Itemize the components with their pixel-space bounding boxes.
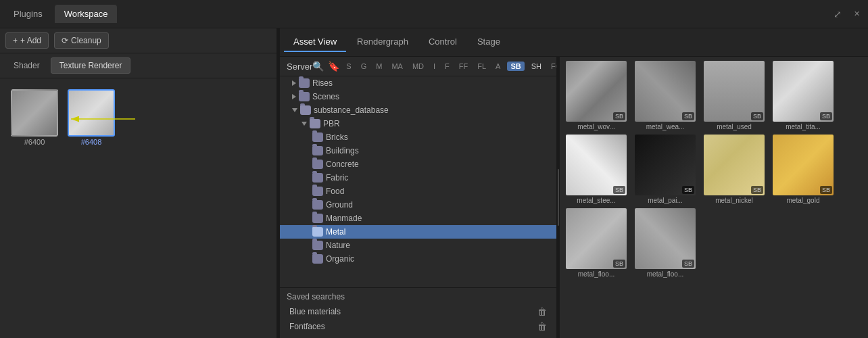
plus-icon: + xyxy=(13,36,18,45)
tree-label-substance-db: substance_database xyxy=(314,105,389,115)
tree-item-metal[interactable]: Metal xyxy=(280,225,556,239)
asset-label-metal-titan: metal_tita... xyxy=(786,123,821,130)
close-icon[interactable]: ✕ xyxy=(850,7,864,21)
server-label: Server xyxy=(287,62,312,72)
filter-fl[interactable]: FL xyxy=(475,61,489,72)
tree-label-bricks: Bricks xyxy=(326,132,348,142)
tree-label-organic: Organic xyxy=(326,254,354,264)
filter-ff[interactable]: FF xyxy=(456,61,471,72)
asset-label-metal-paint: metal_pai... xyxy=(648,197,683,204)
tab-shader[interactable]: Shader xyxy=(5,58,48,73)
add-button[interactable]: + + Add xyxy=(5,32,49,49)
tree-divider[interactable] xyxy=(557,57,560,338)
asset-label-metal-floor2: metal_floo... xyxy=(647,270,683,278)
tree-item-organic[interactable]: Organic xyxy=(280,252,556,266)
folder-icon-metal xyxy=(312,227,323,237)
asset-view-tabs: Asset View Rendergraph Control Stage xyxy=(280,28,868,57)
tree-label-buildings: Buildings xyxy=(326,146,359,155)
tree-scroll[interactable]: Rises Scenes substance_database xyxy=(280,76,556,287)
asset-item-metal-floor2[interactable]: SB metal_floo... xyxy=(631,207,699,279)
chevron-right-icon xyxy=(292,80,296,86)
shader-item-1[interactable]: #6400 xyxy=(11,89,58,146)
sb-badge: SB xyxy=(820,112,832,120)
tree-item-fabric[interactable]: Fabric xyxy=(280,171,556,185)
asset-item-metal-titan[interactable]: SB metal_tita... xyxy=(769,59,837,132)
shader-items-area: #6400 #6408 xyxy=(0,78,276,338)
tree-item-pbr[interactable]: PBR xyxy=(280,117,556,130)
filter-sb[interactable]: SB xyxy=(507,62,524,71)
server-icon-bookmark[interactable]: 🔖 xyxy=(328,61,339,72)
asset-item-metal-paint[interactable]: SB metal_pai... xyxy=(631,133,699,206)
tab-plugins[interactable]: Plugins xyxy=(4,5,52,23)
asset-content: Server 🔍 🔖 S G M MA MD I F FF FL A xyxy=(280,57,868,338)
asset-thumb-metal-floor2: SB xyxy=(635,208,696,269)
folder-icon-buildings xyxy=(312,146,323,155)
shader-item-2[interactable]: #6408 xyxy=(68,89,115,146)
asset-thumb-metal-paint: SB xyxy=(635,135,696,195)
tree-label-manmade: Manmade xyxy=(326,214,362,223)
asset-thumb-metal-used: SB xyxy=(704,61,765,122)
sb-badge: SB xyxy=(613,186,625,194)
asset-thumb-metal-wov: SB xyxy=(566,61,627,122)
expand-icon[interactable]: ⤢ xyxy=(829,6,846,22)
tab-control[interactable]: Control xyxy=(419,32,466,52)
cleanup-label: Cleanup xyxy=(71,36,101,45)
server-icon-search[interactable]: 🔍 xyxy=(312,61,324,72)
asset-grid[interactable]: SB metal_wov... SB metal_wea... SB xyxy=(560,57,868,338)
tab-workspace[interactable]: Workspace xyxy=(55,5,118,23)
filter-a[interactable]: A xyxy=(493,61,503,72)
asset-item-metal-wov[interactable]: SB metal_wov... xyxy=(562,59,630,132)
left-toolbar: + + Add ⟳ Cleanup xyxy=(0,28,276,53)
asset-thumb-metal-floor1: SB xyxy=(566,208,627,269)
filter-sh[interactable]: SH xyxy=(529,61,544,72)
tree-item-concrete[interactable]: Concrete xyxy=(280,158,556,171)
filter-m[interactable]: M xyxy=(373,61,385,72)
folder-icon-nature xyxy=(312,241,323,250)
tree-item-manmade[interactable]: Manmade xyxy=(280,212,556,225)
shader-thumb-1 xyxy=(11,89,58,137)
main-layout: + + Add ⟳ Cleanup Shader Texture Rendere… xyxy=(0,28,868,338)
trash-icon-blue[interactable]: 🗑 xyxy=(537,306,547,317)
asset-item-metal-gold[interactable]: SB metal_gold xyxy=(769,133,837,206)
sb-badge: SB xyxy=(751,186,763,194)
tree-item-nature[interactable]: Nature xyxy=(280,239,556,252)
filter-f[interactable]: F xyxy=(442,61,452,72)
trash-icon-fontfaces[interactable]: 🗑 xyxy=(537,321,547,332)
chevron-down-icon xyxy=(292,108,297,112)
filter-fc[interactable]: FC xyxy=(548,61,557,72)
top-tab-bar: Plugins Workspace ⤢ ✕ xyxy=(0,0,868,28)
asset-item-metal-floor1[interactable]: SB metal_floo... xyxy=(562,207,630,279)
filter-i[interactable]: I xyxy=(431,61,438,72)
asset-item-metal-used[interactable]: SB metal_used xyxy=(700,59,768,132)
cleanup-icon: ⟳ xyxy=(62,36,68,45)
folder-icon-scenes xyxy=(299,92,310,101)
folder-icon-substance-db xyxy=(300,105,311,115)
asset-item-metal-wea[interactable]: SB metal_wea... xyxy=(631,59,699,132)
tree-item-rises[interactable]: Rises xyxy=(280,76,556,90)
filter-ma[interactable]: MA xyxy=(389,61,406,72)
tree-item-food[interactable]: Food xyxy=(280,185,556,198)
saved-searches: Saved searches Blue materials 🗑 Fontface… xyxy=(280,287,556,338)
tree-item-buildings[interactable]: Buildings xyxy=(280,144,556,158)
filter-s[interactable]: S xyxy=(343,61,354,72)
tree-item-substance-db[interactable]: substance_database xyxy=(280,103,556,117)
tab-texture-renderer[interactable]: Texture Renderer xyxy=(51,57,131,74)
shader-label-1: #6400 xyxy=(24,138,45,146)
cleanup-button[interactable]: ⟳ Cleanup xyxy=(54,32,109,49)
tab-stage[interactable]: Stage xyxy=(468,32,510,52)
tree-item-scenes[interactable]: Scenes xyxy=(280,90,556,103)
asset-item-metal-nickel[interactable]: SB metal_nickel xyxy=(700,133,768,206)
saved-item-blue-materials[interactable]: Blue materials 🗑 xyxy=(287,304,550,319)
filter-g[interactable]: G xyxy=(358,61,370,72)
tree-label-food: Food xyxy=(326,187,344,196)
saved-item-fontfaces[interactable]: Fontfaces 🗑 xyxy=(287,319,550,334)
saved-label-blue: Blue materials xyxy=(289,307,341,316)
server-icons: 🔍 🔖 S G M MA MD I F FF FL A SB SH xyxy=(312,61,557,72)
tab-asset-view[interactable]: Asset View xyxy=(284,32,346,52)
tree-item-ground[interactable]: Ground xyxy=(280,198,556,212)
folder-icon-fabric xyxy=(312,173,323,183)
tab-rendergraph[interactable]: Rendergraph xyxy=(347,32,418,52)
asset-item-metal-steel[interactable]: SB metal_stee... xyxy=(562,133,630,206)
tree-item-bricks[interactable]: Bricks xyxy=(280,130,556,144)
filter-md[interactable]: MD xyxy=(410,61,427,72)
